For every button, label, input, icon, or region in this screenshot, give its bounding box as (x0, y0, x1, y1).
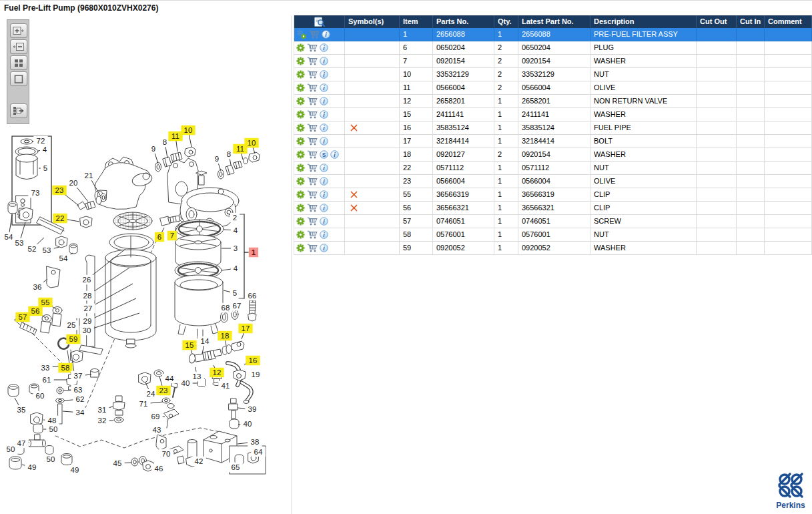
diagram-callout-61[interactable]: 61 (39, 375, 53, 385)
info-icon[interactable]: i (320, 57, 328, 65)
diagram-callout-65[interactable]: 65 (228, 463, 242, 473)
diagram-callout-23[interactable]: 23 (52, 186, 66, 196)
add-to-cart-icon[interactable] (307, 110, 318, 119)
diagram-callout-30[interactable]: 30 (79, 326, 93, 336)
info-icon[interactable]: i (320, 110, 328, 119)
zoom-out-button[interactable] (10, 39, 27, 54)
info-icon[interactable]: i (322, 30, 330, 39)
diagram-callout-46[interactable]: 46 (151, 464, 165, 474)
table-row[interactable]: i12265820112658201NON RETURN VALVE (294, 95, 812, 108)
column-header-latest-part-no-[interactable]: Latest Part No. (518, 15, 590, 28)
gear-icon[interactable] (296, 177, 305, 186)
add-to-cart-icon[interactable] (307, 70, 318, 79)
supersession-icon[interactable]: S (320, 150, 328, 159)
column-header-qty-[interactable]: Qty. (494, 15, 518, 28)
diagram-callout-25[interactable]: 25 (64, 320, 78, 330)
diagram-callout-1[interactable]: 1 (249, 248, 258, 258)
gear-icon[interactable] (296, 123, 305, 132)
table-row[interactable]: i15241114112411141WASHER (294, 108, 812, 121)
diagram-callout-66[interactable]: 66 (245, 291, 259, 301)
diagram-callout-41[interactable]: 41 (218, 381, 232, 391)
info-icon[interactable]: i (320, 83, 328, 92)
diagram-callout-18[interactable]: 18 (218, 331, 232, 341)
info-icon[interactable]: i (320, 190, 328, 199)
info-icon[interactable]: i (320, 137, 328, 146)
document-search-icon[interactable] (294, 15, 345, 28)
diagram-callout-52[interactable]: 52 (25, 244, 39, 254)
diagram-callout-27[interactable]: 27 (81, 304, 95, 314)
diagram-callout-24[interactable]: 24 (143, 389, 157, 399)
diagram-callout-13[interactable]: 13 (189, 372, 204, 382)
diagram-callout-53[interactable]: 53 (39, 246, 53, 256)
table-row[interactable]: i1033532129233532129NUT (294, 68, 812, 81)
diagram-callout-50[interactable]: 50 (3, 445, 17, 455)
diagram-callout-53[interactable]: 53 (12, 238, 26, 248)
tile-view-button[interactable] (10, 55, 27, 70)
diagram-callout-50[interactable]: 50 (46, 425, 60, 435)
diagram-callout-10[interactable]: 10 (244, 138, 258, 148)
diagram-callout-5[interactable]: 5 (230, 288, 240, 298)
diagram-callout-20[interactable]: 20 (66, 178, 80, 188)
diagram-callout-7[interactable]: 7 (167, 231, 177, 241)
diagram-callout-16[interactable]: 16 (246, 356, 260, 366)
diagram-callout-9[interactable]: 9 (149, 144, 158, 154)
diagram-callout-23[interactable]: 23 (156, 386, 170, 396)
info-icon[interactable]: i (320, 230, 328, 239)
info-icon[interactable]: i (320, 97, 328, 105)
zoom-in-button[interactable] (10, 23, 27, 38)
add-to-cart-icon[interactable] (307, 244, 318, 252)
diagram-callout-21[interactable]: 21 (81, 171, 95, 181)
table-row[interactable]: i57074605110746051SCREW (294, 215, 812, 228)
table-row[interactable]: i1265608812656088PRE-FUEL FILTER ASSY (294, 28, 812, 41)
diagram-callout-3[interactable]: 3 (231, 244, 240, 254)
table-row[interactable]: i5536566319136566319CLIP (294, 188, 812, 202)
diagram-callout-58[interactable]: 58 (58, 363, 72, 373)
diagram-callout-71[interactable]: 71 (136, 399, 150, 409)
diagram-callout-40[interactable]: 40 (240, 419, 254, 429)
column-header-parts-no-[interactable]: Parts No. (433, 15, 494, 28)
info-icon[interactable]: i (320, 70, 328, 79)
add-to-cart-icon[interactable] (307, 43, 318, 52)
add-to-cart-icon[interactable] (307, 57, 318, 65)
diagram-callout-17[interactable]: 17 (238, 324, 252, 334)
gear-icon[interactable] (296, 244, 305, 252)
diagram-callout-57[interactable]: 57 (15, 312, 29, 322)
diagram-callout-6[interactable]: 6 (155, 232, 164, 242)
diagram-callout-4[interactable]: 4 (40, 145, 49, 155)
info-icon[interactable]: i (320, 204, 328, 212)
diagram-callout-48[interactable]: 48 (45, 416, 59, 426)
diagram-callout-54[interactable]: 54 (56, 254, 70, 264)
gear-icon[interactable] (296, 83, 305, 92)
diagram-callout-12[interactable]: 12 (210, 368, 224, 378)
diagram-callout-38[interactable]: 38 (248, 437, 262, 447)
column-header-symbol-s-[interactable]: Symbol(s) (345, 15, 400, 28)
column-header-comment[interactable]: Comment (765, 15, 812, 28)
diagram-callout-2[interactable]: 2 (230, 213, 240, 223)
table-row[interactable]: i1635835124135835124FUEL PIPE (294, 121, 812, 135)
table-row[interactable]: i5636566321136566321CLIP (294, 202, 812, 215)
gear-icon[interactable] (296, 110, 305, 119)
diagram-callout-31[interactable]: 31 (95, 405, 109, 415)
diagram-callout-11[interactable]: 11 (168, 132, 182, 142)
diagram-callout-34[interactable]: 34 (73, 408, 87, 418)
diagram-callout-4[interactable]: 4 (231, 226, 240, 236)
diagram-callout-22[interactable]: 22 (53, 214, 67, 224)
gear-icon[interactable] (296, 137, 305, 146)
column-header-cut-in[interactable]: Cut In (737, 15, 765, 28)
diagram-callout-63[interactable]: 63 (71, 385, 85, 395)
add-to-cart-icon[interactable] (307, 137, 318, 146)
gear-icon[interactable] (296, 164, 305, 172)
diagram-callout-8[interactable]: 8 (224, 150, 234, 160)
diagram-callout-33[interactable]: 33 (38, 363, 52, 373)
gear-icon[interactable] (296, 57, 305, 65)
diagram-callout-49[interactable]: 49 (25, 463, 39, 473)
gear-icon[interactable] (296, 70, 305, 79)
diagram-callout-43[interactable]: 43 (149, 425, 163, 435)
info-icon[interactable]: i (330, 150, 339, 159)
diagram-callout-37[interactable]: 37 (71, 371, 85, 381)
diagram-callout-72[interactable]: 72 (33, 136, 47, 146)
diagram-callout-59[interactable]: 59 (66, 334, 80, 344)
diagram-callout-55[interactable]: 55 (38, 298, 52, 308)
table-row[interactable]: i11056600420566004OLIVE (294, 81, 812, 95)
table-row[interactable]: i58057600110576001NUT (294, 228, 812, 242)
